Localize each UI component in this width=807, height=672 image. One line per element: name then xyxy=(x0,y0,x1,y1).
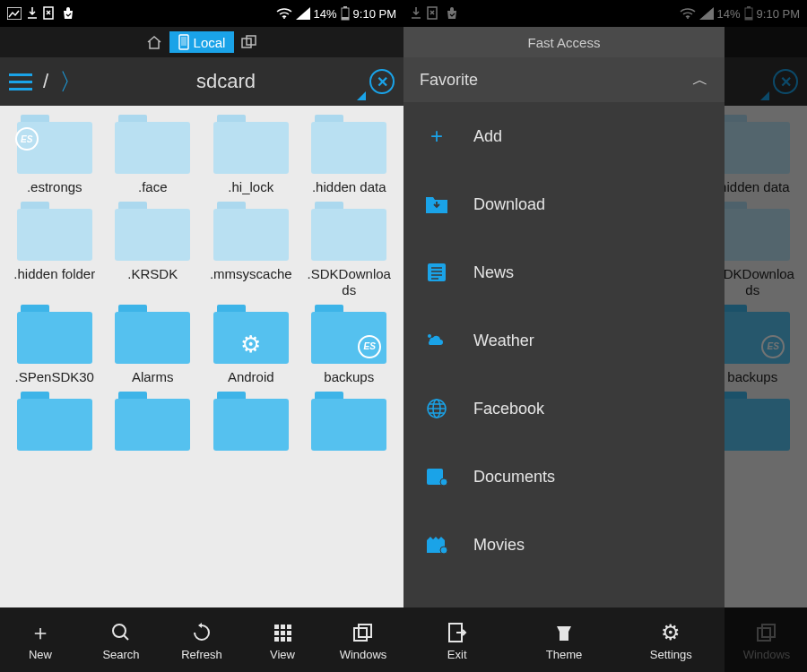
drawer-section-favorite[interactable]: Favorite ︿ xyxy=(404,57,725,102)
svg-rect-7 xyxy=(181,37,187,46)
bb-windows[interactable]: Windows xyxy=(323,619,404,661)
folder-label: .estrongs xyxy=(10,179,100,194)
path-root[interactable]: / xyxy=(43,70,48,93)
svg-rect-16 xyxy=(287,631,291,635)
svg-rect-20 xyxy=(354,628,367,641)
battery-icon xyxy=(341,6,350,21)
battery-percent: 14% xyxy=(314,7,337,21)
status-bar: 14% 9:10 PM xyxy=(0,0,404,27)
windows-icon xyxy=(323,619,404,646)
folder-item[interactable]: .hidden folder xyxy=(10,202,100,297)
folder-item[interactable]: .SDKDownloads xyxy=(304,202,394,297)
bb-label: Exit xyxy=(447,648,467,661)
es-badge-icon: ES xyxy=(15,127,39,151)
dropdown-indicator-icon[interactable] xyxy=(357,91,366,100)
es-badge-icon: ES xyxy=(358,335,381,358)
tab-local-label: Local xyxy=(194,35,226,50)
bb-new[interactable]: ＋New xyxy=(0,619,81,661)
folder-label: .hidden folder xyxy=(10,266,100,281)
folder-item[interactable]: .hi_lock xyxy=(206,115,296,194)
folder-item[interactable] xyxy=(108,392,197,456)
svg-rect-19 xyxy=(287,637,291,642)
folder-label: .KRSDK xyxy=(108,266,197,281)
folder-label: backups xyxy=(304,369,394,384)
bb-label: Theme xyxy=(546,648,582,661)
svg-rect-11 xyxy=(274,625,279,629)
folder-item[interactable]: Alarms xyxy=(108,305,197,384)
svg-point-30 xyxy=(428,334,431,338)
image-icon xyxy=(7,7,22,20)
bb-refresh[interactable]: Refresh xyxy=(161,619,242,661)
drawer-item-documents[interactable]: Documents xyxy=(404,443,725,511)
svg-rect-12 xyxy=(281,625,285,629)
drawer-item-label: Add xyxy=(473,127,502,146)
folder-item[interactable]: .SPenSDK30 xyxy=(10,305,100,384)
svg-rect-21 xyxy=(359,625,371,637)
download-folder-icon xyxy=(423,194,450,215)
grid-icon xyxy=(242,619,323,646)
wifi-icon xyxy=(276,7,292,20)
svg-point-35 xyxy=(440,547,447,554)
bb-label: New xyxy=(29,648,52,661)
svg-rect-18 xyxy=(281,637,285,642)
folder-item[interactable]: ⚙ Android xyxy=(206,305,296,384)
drawer-section-label: Favorite xyxy=(420,71,478,90)
tab-local[interactable]: Local xyxy=(169,31,235,53)
search-icon xyxy=(81,619,161,646)
theme-icon xyxy=(510,619,617,646)
bottom-bar: ＋New Search Refresh View Windows xyxy=(0,607,404,672)
phone-icon xyxy=(178,34,189,50)
drawer-title: Fast Access xyxy=(404,27,725,57)
screen-left: 14% 9:10 PM Local / 〉 sdcard ✕ ES .estro… xyxy=(0,0,404,672)
drawer-bb-theme[interactable]: Theme xyxy=(510,619,617,661)
plus-icon: + xyxy=(423,124,450,149)
close-button[interactable]: ✕ xyxy=(369,69,395,94)
svg-rect-15 xyxy=(281,631,285,635)
path-segment[interactable]: sdcard xyxy=(93,70,359,93)
drawer-bb-exit[interactable]: Exit xyxy=(404,619,510,661)
svg-point-2 xyxy=(283,17,285,19)
drawer-item-facebook[interactable]: Facebook xyxy=(404,375,725,443)
folder-item[interactable] xyxy=(10,392,100,456)
svg-rect-17 xyxy=(274,637,279,642)
drawer-item-weather[interactable]: Weather xyxy=(404,306,725,375)
svg-point-10 xyxy=(113,625,126,637)
drawer-item-download[interactable]: Download xyxy=(404,170,725,238)
folder-label: .SDKDownloads xyxy=(304,266,394,297)
bb-label: Refresh xyxy=(181,648,222,661)
folder-item[interactable]: .hidden data xyxy=(304,115,394,194)
folder-item[interactable] xyxy=(304,392,394,456)
folder-label: .face xyxy=(108,179,197,194)
folder-item[interactable]: ES backups xyxy=(304,305,394,384)
file-grid: ES .estrongs .face .hi_lock .hidden data… xyxy=(0,106,404,607)
bb-search[interactable]: Search xyxy=(81,619,161,661)
drawer-item-label: News xyxy=(473,263,514,282)
drawer-item-add[interactable]: +Add xyxy=(404,102,725,170)
svg-rect-4 xyxy=(343,6,347,8)
tab-bar: Local xyxy=(0,27,404,57)
folder-item[interactable]: .face xyxy=(108,115,197,194)
svg-rect-13 xyxy=(287,625,291,629)
home-icon[interactable] xyxy=(146,35,162,49)
drawer-item-movies[interactable]: Movies xyxy=(404,511,725,579)
folder-item[interactable]: ES .estrongs xyxy=(10,115,100,194)
drawer-item-news[interactable]: News xyxy=(404,238,725,306)
folder-item[interactable] xyxy=(206,392,296,456)
folder-item[interactable]: .mmsyscache xyxy=(206,202,296,297)
screen-right: 14% 9:10 PM ✕ .hidden data .SDKDownloads… xyxy=(404,0,807,672)
fast-access-drawer: Fast Access Favorite ︿ +Add Download New… xyxy=(404,27,725,672)
drawer-bb-settings[interactable]: ⚙Settings xyxy=(618,619,725,661)
svg-rect-5 xyxy=(342,17,349,20)
drawer-item-label: Download xyxy=(473,195,545,214)
menu-icon[interactable] xyxy=(9,73,32,90)
drawer-item-label: Documents xyxy=(473,468,555,487)
bb-view[interactable]: View xyxy=(242,619,323,661)
download-icon xyxy=(27,7,38,20)
bb-label: Search xyxy=(102,648,139,661)
drawer-bottom-bar: Exit Theme ⚙Settings xyxy=(404,607,725,672)
doc-x-icon xyxy=(43,6,56,21)
gear-icon: ⚙ xyxy=(240,331,261,358)
folder-label: .SPenSDK30 xyxy=(10,369,100,384)
multi-window-icon[interactable] xyxy=(241,35,257,49)
folder-item[interactable]: .KRSDK xyxy=(108,202,197,297)
